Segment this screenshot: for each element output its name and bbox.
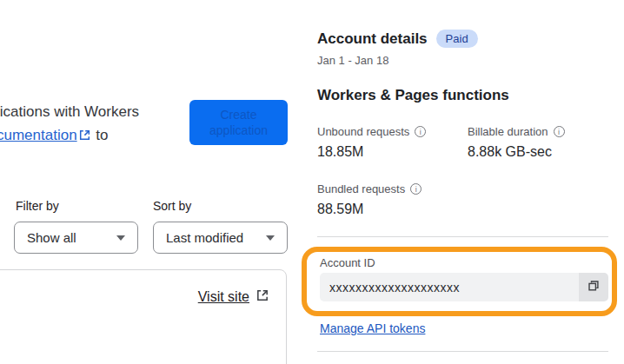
sort-by-label: Sort by xyxy=(153,199,191,213)
info-icon[interactable]: i xyxy=(410,183,422,195)
account-details-title: Account details xyxy=(317,30,428,48)
divider xyxy=(317,351,608,352)
stat-label-text: Bundled requests xyxy=(317,182,405,195)
filter-select[interactable]: Show all xyxy=(14,222,138,254)
create-application-button[interactable]: Create application xyxy=(189,100,288,145)
documentation-link[interactable]: cumentation xyxy=(0,127,77,143)
stat-label-text: Unbound requests xyxy=(317,125,409,138)
workers-pages-dashboard: lications with Workers cumentation to Cr… xyxy=(0,0,624,364)
sort-selected-value: Last modified xyxy=(166,230,243,245)
unbound-requests-value: 18.85M xyxy=(317,144,363,160)
manage-api-tokens-link[interactable]: Manage API tokens xyxy=(320,321,425,335)
unbound-requests-label: Unbound requests i xyxy=(317,125,426,138)
copy-icon xyxy=(587,279,601,295)
info-icon[interactable]: i xyxy=(554,126,565,137)
account-id-input[interactable] xyxy=(320,273,579,301)
external-link-icon xyxy=(256,289,269,305)
divider xyxy=(317,236,608,237)
intro-paragraph: lications with Workers cumentation to xyxy=(0,100,139,148)
functions-section-title: Workers & Pages functions xyxy=(317,87,509,104)
filter-by-label: Filter by xyxy=(16,199,59,213)
intro-line2-suffix: to xyxy=(96,127,108,143)
create-button-line1: Create xyxy=(220,108,256,122)
bundled-requests-value: 88.59M xyxy=(317,202,363,217)
stat-label-text: Billable duration xyxy=(468,125,548,138)
filter-selected-value: Show all xyxy=(27,230,76,245)
visit-site-link[interactable]: Visit site xyxy=(198,289,249,305)
intro-line1: lications with Workers xyxy=(0,103,139,120)
billable-duration-value: 8.88k GB-sec xyxy=(468,144,552,160)
chevron-down-icon xyxy=(266,235,275,241)
billable-duration-label: Billable duration i xyxy=(468,125,565,138)
billing-date-range: Jan 1 - Jan 18 xyxy=(317,54,388,67)
chevron-down-icon xyxy=(116,235,125,241)
account-id-label: Account ID xyxy=(320,256,375,269)
create-button-line2: application xyxy=(209,123,268,137)
external-link-icon xyxy=(79,124,90,148)
project-card: Visit site xyxy=(0,269,287,364)
info-icon[interactable]: i xyxy=(415,126,426,137)
account-id-control xyxy=(320,273,608,301)
sort-select[interactable]: Last modified xyxy=(153,222,288,254)
copy-account-id-button[interactable] xyxy=(579,273,608,301)
bundled-requests-label: Bundled requests i xyxy=(317,182,422,195)
paid-plan-badge: Paid xyxy=(436,30,478,48)
